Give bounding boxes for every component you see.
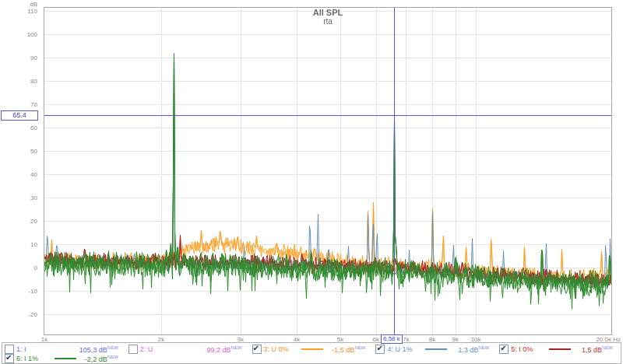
- legend-item-label: 3: U 0%: [264, 345, 289, 354]
- legend-checkbox[interactable]: ✔: [375, 345, 385, 354]
- legend-item: ✔4: U 1%1,3 dBNEW: [373, 344, 497, 355]
- y-tick-label: 60: [0, 124, 37, 131]
- y-tick-label: 80: [0, 78, 37, 85]
- new-superscript: NEW: [478, 345, 489, 350]
- new-superscript: NEW: [107, 345, 118, 350]
- legend-trace-swatch: [301, 348, 323, 350]
- legend-item: ✔3: U 0%-1,5 dBNEW: [250, 344, 374, 355]
- legend-item: 2: U99,2 dBNEW: [126, 344, 250, 355]
- legend-item: ✔5: I 0%1,5 dBNEW: [497, 344, 621, 355]
- legend-value: -2,2 dBNEW: [83, 353, 118, 364]
- y-axis-unit-label: dB: [0, 1, 37, 8]
- rta-plot-canvas[interactable]: [44, 8, 611, 334]
- checkmark-icon: ✔: [253, 344, 259, 352]
- y-tick-label: 10: [0, 241, 37, 248]
- legend-trace-swatch: [425, 348, 447, 350]
- new-superscript: NEW: [107, 355, 118, 359]
- rta-window: dB All SPL rta 1101009080706050403020100…: [0, 0, 623, 364]
- legend-value: 99,2 dBNEW: [206, 344, 242, 355]
- legend-checkbox[interactable]: ✔: [252, 345, 262, 354]
- legend-checkbox[interactable]: [128, 345, 138, 354]
- y-tick-label: -10: [0, 288, 37, 295]
- legend-value: 1,5 dBNEW: [577, 344, 613, 355]
- new-superscript: NEW: [354, 345, 365, 350]
- checkmark-icon: ✔: [5, 353, 12, 362]
- legend-checkbox[interactable]: ✔: [5, 354, 14, 363]
- y-tick-label: 30: [0, 194, 37, 201]
- legend-item: ✔6: I 1%-2,2 dBNEW: [2, 353, 126, 364]
- y-tick-label: 110: [0, 8, 37, 15]
- new-superscript: NEW: [231, 345, 242, 350]
- legend-checkbox[interactable]: ✔: [499, 345, 509, 354]
- y-tick-label: 100: [0, 31, 37, 38]
- y-tick-label: 90: [0, 54, 37, 61]
- y-tick-label: 0: [0, 264, 37, 271]
- legend-value: -1,5 dBNEW: [329, 344, 365, 355]
- cursor-frequency-readout: 6,58 k: [381, 334, 403, 344]
- y-tick-label: -20: [0, 311, 37, 318]
- legend-trace-swatch: [549, 348, 571, 350]
- plot-area: [44, 7, 612, 335]
- new-superscript: NEW: [602, 345, 613, 350]
- legend-trace-swatch: [55, 358, 76, 359]
- legend-item-label: 4: U 1%: [387, 345, 412, 354]
- y-tick-label: 50: [0, 148, 37, 155]
- legend-item-label: 2: U: [140, 345, 153, 354]
- legend-item-label: 1: I: [16, 345, 26, 354]
- checkmark-icon: ✔: [500, 344, 506, 352]
- legend-panel: 1: I105,3 dBNEW2: U99,2 dBNEW✔3: U 0%-1,…: [2, 342, 621, 364]
- checkmark-icon: ✔: [376, 344, 382, 352]
- y-tick-label: 20: [0, 218, 37, 225]
- legend-item-label: 5: I 0%: [511, 345, 533, 354]
- cursor-level-readout: 65.4: [1, 110, 38, 121]
- legend-value: 1,3 dBNEW: [453, 344, 489, 355]
- legend-item-label: 6: I 1%: [16, 355, 38, 363]
- y-tick-label: 40: [0, 171, 37, 178]
- y-tick-label: 70: [0, 101, 37, 108]
